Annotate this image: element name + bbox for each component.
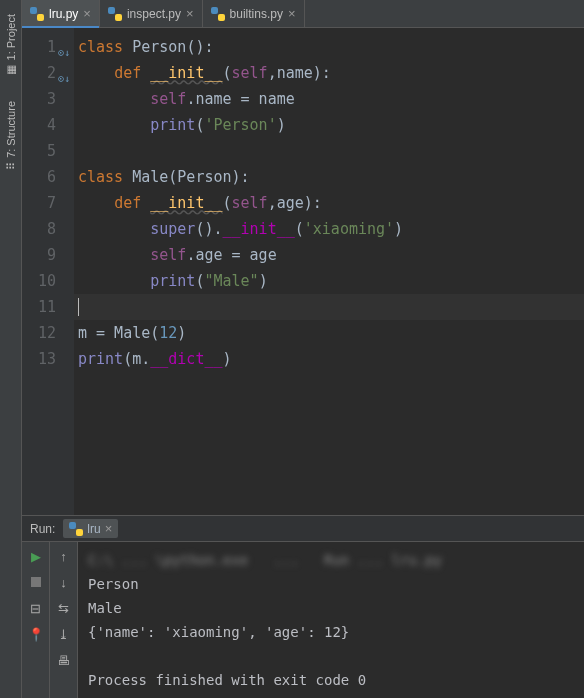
left-toolwindow-bar: ▦ 1: Project ⠿ 7: Structure: [0, 0, 22, 698]
print-icon[interactable]: 🖶: [56, 652, 72, 668]
close-icon[interactable]: ×: [105, 521, 113, 536]
close-icon[interactable]: ×: [186, 6, 194, 21]
close-icon[interactable]: ×: [83, 6, 91, 21]
project-toolwindow-button[interactable]: ▦ 1: Project: [4, 8, 17, 83]
tab-inspect[interactable]: inspect.py ×: [100, 0, 203, 27]
scroll-to-end-icon[interactable]: ⤓: [56, 626, 72, 642]
run-secondary-toolbar: ↑ ↓ ⇆ ⤓ 🖶: [50, 542, 78, 698]
project-icon: ▦: [4, 64, 17, 77]
main-area: lru.py × inspect.py × builtins.py × 1⊙↓2…: [22, 0, 584, 698]
console-output[interactable]: C:\ ... \python.exe ... Run ... lru.pyPe…: [78, 542, 584, 698]
run-toolwindow: Run: lru × ▶ ⊟ 📍 ↑ ↓ ⇆ ⤓ 🖶 C:\ ... \pyth…: [22, 515, 584, 698]
editor-tabs: lru.py × inspect.py × builtins.py ×: [22, 0, 584, 28]
python-file-icon: [211, 7, 225, 21]
run-header: Run: lru ×: [22, 516, 584, 542]
run-tab-label: lru: [87, 522, 100, 536]
run-configuration-tab[interactable]: lru ×: [63, 519, 118, 538]
pin-icon[interactable]: 📍: [28, 626, 44, 642]
run-body: ▶ ⊟ 📍 ↑ ↓ ⇆ ⤓ 🖶 C:\ ... \python.exe ... …: [22, 542, 584, 698]
python-file-icon: [30, 7, 44, 21]
structure-toolwindow-button[interactable]: ⠿ 7: Structure: [4, 95, 17, 176]
run-label: Run:: [30, 522, 55, 536]
down-icon[interactable]: ↓: [56, 574, 72, 590]
tab-builtins[interactable]: builtins.py ×: [203, 0, 305, 27]
rerun-icon[interactable]: ▶: [28, 548, 44, 564]
python-file-icon: [69, 522, 83, 536]
code-editor[interactable]: 1⊙↓2⊙↓345678910111213 class Person(): de…: [22, 28, 584, 515]
code-content[interactable]: class Person(): def __init__(self,name):…: [74, 28, 584, 515]
tab-label: lru.py: [49, 7, 78, 21]
soft-wrap-icon[interactable]: ⇆: [56, 600, 72, 616]
layout-icon[interactable]: ⊟: [28, 600, 44, 616]
structure-label: 7: Structure: [5, 101, 17, 158]
run-primary-toolbar: ▶ ⊟ 📍: [22, 542, 50, 698]
line-number-gutter: 1⊙↓2⊙↓345678910111213: [22, 28, 74, 515]
project-label: 1: Project: [5, 14, 17, 60]
up-icon[interactable]: ↑: [56, 548, 72, 564]
tab-label: inspect.py: [127, 7, 181, 21]
close-icon[interactable]: ×: [288, 6, 296, 21]
structure-icon: ⠿: [4, 162, 17, 170]
stop-icon[interactable]: [28, 574, 44, 590]
tab-lru[interactable]: lru.py ×: [22, 0, 100, 27]
python-file-icon: [108, 7, 122, 21]
tab-label: builtins.py: [230, 7, 283, 21]
